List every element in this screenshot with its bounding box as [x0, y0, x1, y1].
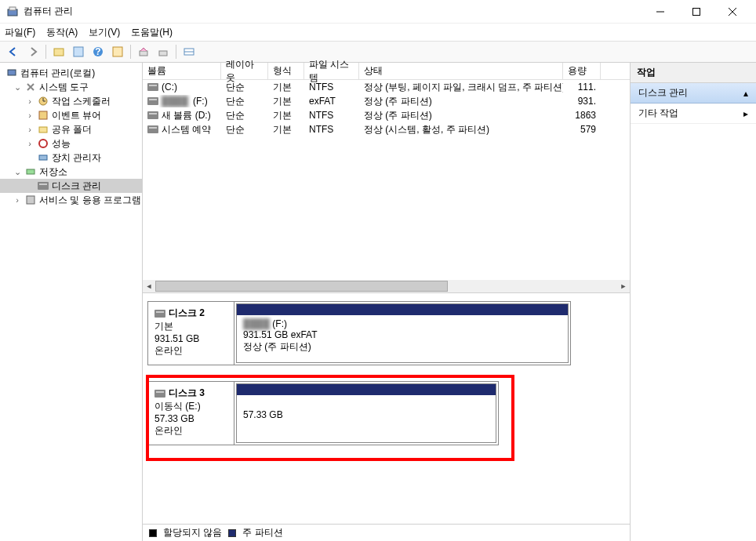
- menu-action[interactable]: 동작(A): [46, 26, 78, 39]
- col-header-layout[interactable]: 레이아웃: [221, 63, 268, 79]
- navigation-tree: 컴퓨터 관리(로컬) ⌄ 시스템 도구 › 작업 스케줄러 › 이벤트 뷰어 ›…: [0, 63, 143, 541]
- disk-row-3[interactable]: 디스크 3 이동식 (E:) 57.33 GB 온라인 57.33 GB: [147, 381, 499, 445]
- partition[interactable]: 57.33 GB: [236, 383, 496, 443]
- toolbar-sep: [176, 45, 176, 59]
- expand-icon[interactable]: ›: [25, 125, 35, 134]
- expand-icon[interactable]: ›: [25, 139, 35, 148]
- action-disk-management[interactable]: 디스크 관리 ▴: [631, 83, 756, 103]
- device-icon: [37, 151, 49, 164]
- legend-swatch-unallocated: [149, 529, 157, 537]
- partition-header: [237, 304, 568, 315]
- tree-storage[interactable]: ⌄ 저장소: [0, 165, 142, 179]
- svg-rect-19: [39, 111, 47, 119]
- window-title: 컴퓨터 관리: [24, 5, 649, 18]
- expand-icon[interactable]: ›: [13, 195, 22, 205]
- performance-icon: [37, 137, 49, 150]
- drive-icon: [154, 390, 165, 398]
- back-button[interactable]: [5, 43, 22, 60]
- partition[interactable]: ████ (F:) 931.51 GB exFAT 정상 (주 파티션): [236, 303, 569, 363]
- disk-icon: [37, 180, 49, 192]
- horizontal-scrollbar[interactable]: ◄ ►: [143, 280, 630, 292]
- titlebar: 컴퓨터 관리: [0, 0, 756, 24]
- svg-rect-1: [9, 7, 16, 10]
- disk-info: 디스크 2 기본 931.51 GB 온라인: [148, 302, 234, 365]
- tree-device-manager[interactable]: 장치 관리자: [0, 151, 142, 165]
- toolbar-sep: [45, 45, 46, 59]
- scroll-left-icon[interactable]: ◄: [143, 280, 155, 292]
- svg-rect-15: [8, 70, 16, 75]
- volume-row[interactable]: 시스템 예약 단순 기본 NTFS 정상 (시스템, 활성, 주 파티션) 57…: [143, 122, 630, 136]
- computer-icon: [5, 67, 18, 79]
- center-panel: 볼륨 레이아웃 형식 파일 시스템 상태 용량 (C:) 단순 기본 NTFS …: [143, 63, 631, 541]
- tools-icon: [24, 81, 37, 93]
- action-other[interactable]: 기타 작업 ▸: [631, 103, 756, 124]
- col-header-type[interactable]: 형식: [268, 63, 304, 79]
- svg-rect-22: [39, 155, 47, 160]
- toolbar-btn-1[interactable]: [50, 43, 67, 60]
- close-button[interactable]: [721, 3, 743, 20]
- storage-icon: [24, 165, 37, 178]
- services-icon: [24, 194, 37, 206]
- tree-disk-management[interactable]: 디스크 관리: [0, 179, 142, 193]
- tree-system-tools[interactable]: ⌄ 시스템 도구: [0, 80, 142, 94]
- legend-unallocated-label: 할당되지 않음: [163, 526, 222, 539]
- main-area: 컴퓨터 관리(로컬) ⌄ 시스템 도구 › 작업 스케줄러 › 이벤트 뷰어 ›…: [0, 63, 756, 541]
- svg-text:?: ?: [95, 46, 100, 57]
- volume-row[interactable]: (C:) 단순 기본 NTFS 정상 (부팅, 페이지 파일, 크래시 덤프, …: [143, 80, 630, 94]
- volume-header-row: 볼륨 레이아웃 형식 파일 시스템 상태 용량: [143, 63, 630, 80]
- app-icon: [6, 5, 19, 18]
- forward-button[interactable]: [24, 43, 42, 60]
- drive-icon: [147, 97, 158, 105]
- maximize-button[interactable]: [685, 3, 707, 20]
- volume-list: 볼륨 레이아웃 형식 파일 시스템 상태 용량 (C:) 단순 기본 NTFS …: [143, 63, 630, 293]
- disk-info: 디스크 3 이동식 (E:) 57.33 GB 온라인: [148, 382, 234, 445]
- menu-help[interactable]: 도움말(H): [131, 26, 173, 39]
- drive-icon: [147, 125, 158, 133]
- svg-rect-23: [27, 169, 35, 174]
- toolbar-btn-5[interactable]: [154, 43, 172, 60]
- drive-icon: [154, 310, 165, 318]
- tree-shared-folders[interactable]: › 공유 폴더: [0, 122, 142, 136]
- svg-rect-10: [113, 47, 122, 56]
- clock-icon: [37, 95, 49, 107]
- expand-icon[interactable]: ›: [25, 111, 35, 120]
- tree-performance[interactable]: › 성능: [0, 136, 142, 151]
- tree-services[interactable]: › 서비스 및 응용 프로그램: [0, 193, 142, 207]
- col-header-capacity[interactable]: 용량: [563, 63, 601, 79]
- minimize-button[interactable]: [649, 3, 671, 20]
- volume-row[interactable]: ████(F:) 단순 기본 exFAT 정상 (주 파티션) 931.: [143, 94, 630, 108]
- volume-row[interactable]: 새 볼륨 (D:) 단순 기본 NTFS 정상 (주 파티션) 1863: [143, 108, 630, 122]
- toolbar-btn-3[interactable]: [109, 43, 126, 60]
- drive-icon: [147, 111, 158, 119]
- disk-row-2[interactable]: 디스크 2 기본 931.51 GB 온라인 ████ (F:) 931.51 …: [147, 301, 571, 365]
- actions-header: 작업: [631, 63, 756, 83]
- svg-point-21: [39, 140, 47, 147]
- tree-task-scheduler[interactable]: › 작업 스케줄러: [0, 94, 142, 108]
- scroll-thumb[interactable]: [155, 281, 448, 292]
- toolbar-btn-4[interactable]: [135, 43, 152, 60]
- help-button[interactable]: ?: [89, 43, 107, 60]
- menubar: 파일(F) 동작(A) 보기(V) 도움말(H): [0, 24, 756, 41]
- collapse-icon[interactable]: ⌄: [13, 82, 22, 93]
- collapse-icon[interactable]: ⌄: [13, 167, 22, 177]
- volume-rows: (C:) 단순 기본 NTFS 정상 (부팅, 페이지 파일, 크래시 덤프, …: [143, 80, 630, 280]
- expand-icon[interactable]: ›: [25, 96, 35, 106]
- tree-event-viewer[interactable]: › 이벤트 뷰어: [0, 108, 142, 122]
- svg-rect-12: [159, 51, 167, 56]
- partition-header: [237, 384, 496, 395]
- menu-view[interactable]: 보기(V): [89, 26, 120, 39]
- col-header-status[interactable]: 상태: [359, 63, 563, 79]
- toolbar-btn-2[interactable]: [70, 43, 87, 60]
- toolbar-btn-6[interactable]: [180, 43, 198, 60]
- disk-graphical-view: 디스크 2 기본 931.51 GB 온라인 ████ (F:) 931.51 …: [143, 293, 630, 524]
- svg-rect-24: [27, 196, 35, 204]
- col-header-volume[interactable]: 볼륨: [143, 63, 221, 79]
- tree-root[interactable]: 컴퓨터 관리(로컬): [0, 66, 142, 80]
- actions-panel: 작업 디스크 관리 ▴ 기타 작업 ▸: [631, 63, 756, 541]
- scroll-right-icon[interactable]: ►: [617, 280, 630, 292]
- menu-file[interactable]: 파일(F): [5, 26, 35, 39]
- svg-rect-3: [693, 8, 700, 15]
- drive-icon: [147, 83, 158, 91]
- legend: 할당되지 않음 주 파티션: [143, 524, 630, 541]
- col-header-fs[interactable]: 파일 시스템: [304, 63, 359, 79]
